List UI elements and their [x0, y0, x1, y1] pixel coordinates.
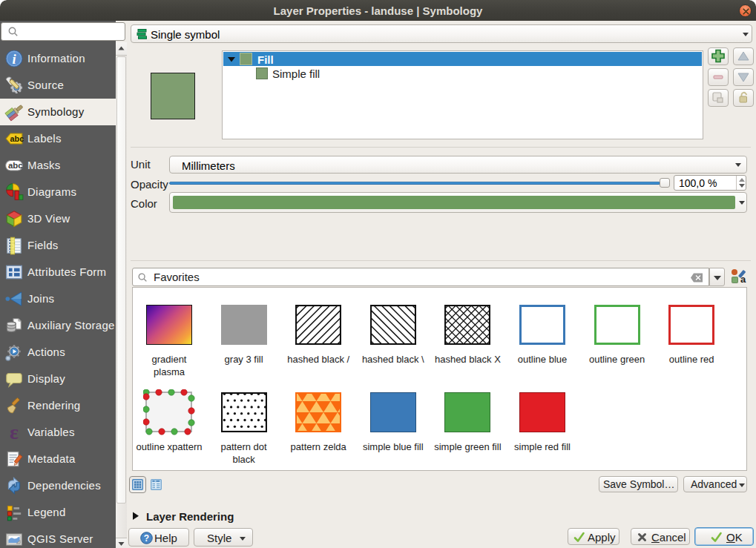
svg-text:a: a: [740, 274, 746, 285]
svg-text:abc: abc: [10, 134, 24, 143]
svg-text:abc: abc: [8, 161, 23, 170]
svg-text:i: i: [12, 52, 16, 67]
svg-text:?: ?: [144, 533, 149, 544]
svg-text:ε: ε: [10, 423, 19, 442]
